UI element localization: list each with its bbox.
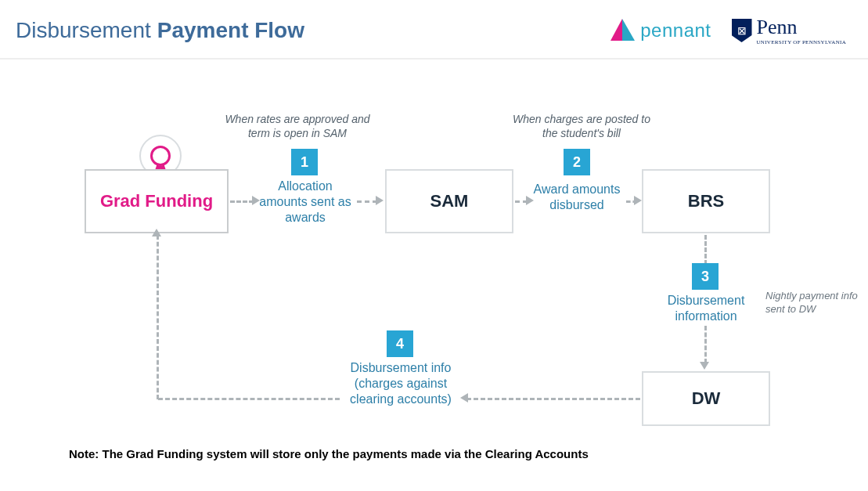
arrowhead-gf-to-step1	[252, 196, 260, 205]
step2-top-note: When charges are posted to the student's…	[507, 113, 656, 140]
node-sam: SAM	[385, 169, 513, 233]
title-bold: Payment Flow	[157, 18, 304, 43]
step4-badge: 4	[387, 330, 413, 357]
arrowhead-step2-to-brs	[634, 196, 642, 205]
footer-note: Note: The Grad Funding system will store…	[69, 447, 589, 460]
penn-word: Penn	[757, 16, 847, 39]
arrow-step4-to-gf-h	[158, 398, 340, 400]
step3-caption: Disbursement information	[657, 293, 755, 324]
arrow-step4-to-gf-v	[157, 235, 159, 399]
step2-num: 2	[573, 154, 581, 171]
arrowhead-step3-to-dw	[700, 362, 709, 370]
step3-badge: 3	[692, 263, 719, 290]
step1-top-note: When rates are approved and term is open…	[219, 113, 376, 140]
arrow-brs-to-step3	[704, 235, 707, 265]
penn-sub: University of Pennsylvania	[757, 39, 847, 45]
step2-caption: Award amounts disbursed	[526, 182, 628, 213]
step4-num: 4	[396, 336, 404, 352]
penn-logo: Penn University of Pennsylvania	[732, 16, 847, 45]
arrow-step3-to-dw	[704, 326, 707, 363]
svg-marker-0	[610, 19, 622, 41]
arrow-gf-to-step1	[230, 200, 254, 203]
diagram-canvas: Grad Funding SAM BRS DW When rates are a…	[0, 60, 868, 467]
pennant-icon	[609, 17, 636, 44]
arrowhead-step4-to-gf	[152, 229, 161, 236]
arrowhead-sam-to-step2	[526, 196, 534, 205]
step4-caption: Disbursement info (charges against clear…	[338, 360, 463, 407]
step2-badge: 2	[564, 149, 590, 175]
header-bar: Disbursement Payment Flow pennant Penn U…	[0, 0, 868, 60]
node-brs: BRS	[642, 169, 770, 233]
node-grad-funding: Grad Funding	[85, 169, 229, 233]
arrow-step1-to-sam	[357, 200, 377, 203]
page-title: Disbursement Payment Flow	[16, 18, 304, 43]
node-sam-label: SAM	[430, 191, 469, 211]
arrowhead-dw-to-step4	[460, 393, 468, 403]
logo-group: pennant Penn University of Pennsylvania	[609, 16, 846, 45]
arrowhead-step1-to-sam	[376, 196, 384, 205]
svg-marker-1	[622, 19, 635, 41]
step1-caption: Allocation amounts sent as awards	[255, 179, 355, 226]
step1-badge: 1	[291, 149, 318, 175]
penn-shield-icon	[732, 19, 752, 42]
node-dw-label: DW	[692, 388, 721, 409]
arrow-dw-to-step4	[466, 398, 640, 400]
step1-num: 1	[301, 154, 308, 171]
node-dw: DW	[642, 371, 770, 426]
node-grad-funding-label: Grad Funding	[100, 191, 213, 211]
pennant-word: pennant	[640, 20, 711, 42]
step3-side-note: Nightly payment info sent to DW	[765, 290, 858, 316]
title-light: Disbursement	[16, 18, 151, 43]
pennant-logo: pennant	[609, 17, 711, 44]
node-brs-label: BRS	[688, 191, 724, 211]
step3-num: 3	[701, 269, 709, 285]
